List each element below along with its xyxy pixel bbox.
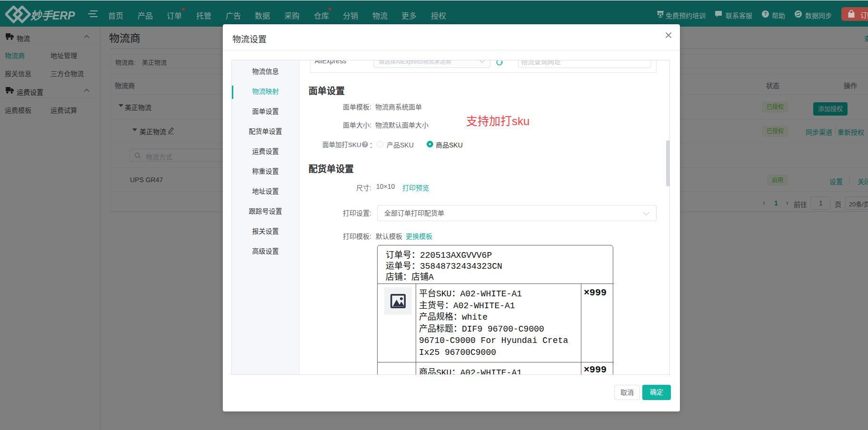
svg-text:?: ? — [764, 11, 767, 17]
